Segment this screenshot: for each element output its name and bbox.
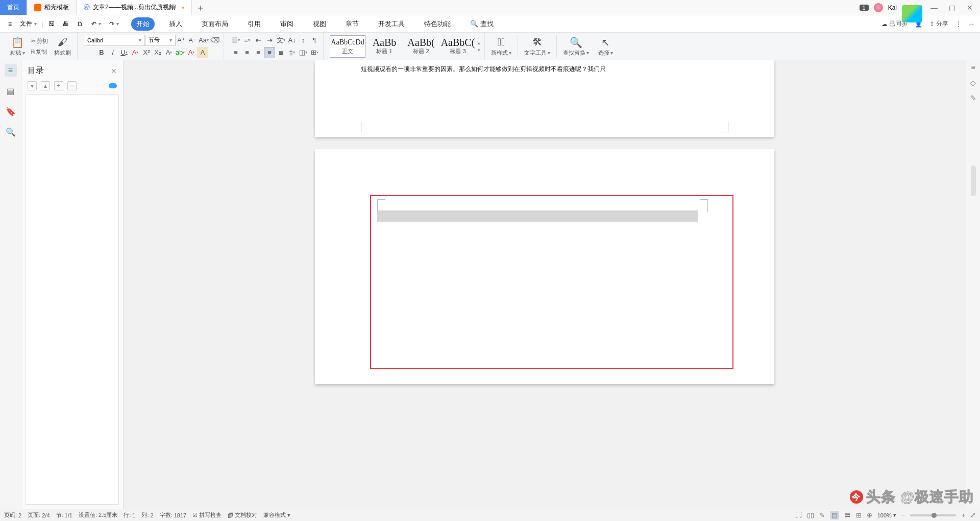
- close-panel-icon[interactable]: ✕: [111, 67, 117, 75]
- undo-icon[interactable]: ↶▾: [88, 19, 104, 29]
- style-heading3[interactable]: AaBbC(标题 3: [440, 35, 476, 58]
- redo-icon[interactable]: ↷▾: [106, 19, 122, 29]
- expand-icon[interactable]: ▾: [28, 81, 37, 90]
- styles-up-icon[interactable]: ▴: [478, 40, 480, 45]
- menutab-pagelayout[interactable]: 页面布局: [197, 17, 233, 31]
- menutab-find[interactable]: 🔍 查找: [465, 17, 499, 31]
- decrease-font-icon[interactable]: A⁻: [187, 35, 198, 46]
- document-area[interactable]: 短视频观看的一项非常重要的因素。那么如何才能够做到在剪辑视频时不着痕迹呢？我们只: [124, 60, 966, 509]
- font-size-select[interactable]: 五号▾: [145, 35, 176, 46]
- scrollbar-thumb[interactable]: [971, 165, 976, 196]
- align-right-button[interactable]: ≡: [253, 47, 264, 58]
- add-tab-button[interactable]: ＋: [192, 2, 209, 14]
- collapse-icon[interactable]: ▴: [41, 81, 50, 90]
- tab-templates-label: 稻壳模板: [44, 3, 69, 12]
- left-nav: ≡ ▤ 🔖 🔍: [0, 60, 21, 509]
- paste-button[interactable]: 📋粘贴▾: [7, 33, 28, 60]
- select-button[interactable]: ↖选择▾: [595, 33, 616, 60]
- avatar[interactable]: [874, 3, 883, 12]
- bullet-list-icon[interactable]: ☰▾: [230, 35, 241, 46]
- outline-nav-icon[interactable]: ≡: [5, 64, 17, 77]
- close-button[interactable]: ✕: [964, 4, 976, 12]
- subscript-button[interactable]: X₂: [152, 47, 163, 58]
- collapse-ribbon-icon[interactable]: ︿: [969, 19, 975, 28]
- tab-home[interactable]: 首页: [0, 0, 27, 15]
- menutab-references[interactable]: 引用: [242, 17, 266, 31]
- maximize-button[interactable]: ▢: [946, 4, 959, 12]
- more-icon[interactable]: ⋮: [955, 20, 962, 28]
- increase-indent-icon[interactable]: ⇥: [264, 35, 275, 46]
- page-1: 短视频观看的一项非常重要的因素。那么如何才能够做到在剪辑视频时不着痕迹呢？我们只: [315, 60, 774, 137]
- file-menu[interactable]: 文件▾: [17, 18, 40, 29]
- menu-icon[interactable]: ≡: [5, 19, 15, 29]
- text-effect-icon[interactable]: A▾: [163, 47, 175, 58]
- sort-icon[interactable]: A↓: [286, 35, 298, 46]
- font-shading-button[interactable]: A: [197, 47, 208, 58]
- show-marks-icon[interactable]: ¶: [309, 35, 320, 46]
- new-style-button[interactable]: Ａ̂新样式▾: [488, 33, 514, 60]
- align-left-button[interactable]: ≡: [230, 47, 241, 58]
- notification-badge[interactable]: 1: [860, 5, 869, 11]
- line-spacing-icon[interactable]: ↕: [298, 35, 309, 46]
- zoom-nav-icon[interactable]: 🔍: [5, 126, 17, 138]
- styles-down-icon[interactable]: ▾: [478, 48, 480, 53]
- align-justify-button[interactable]: ≡: [264, 47, 275, 58]
- menu-right: ☁ 已同步 👤 ⇪ 分享 ⋮ ︿: [881, 19, 975, 28]
- align-center-button[interactable]: ≡: [241, 47, 253, 58]
- text-tools-button[interactable]: 🛠文字工具▾: [521, 33, 553, 60]
- bookmark-nav-icon[interactable]: 🔖: [5, 105, 17, 117]
- strikethrough-button[interactable]: A▾: [130, 47, 141, 58]
- borders-icon[interactable]: ⊞▾: [309, 47, 320, 58]
- decrease-indent-icon[interactable]: ⇤: [253, 35, 264, 46]
- underline-button[interactable]: U▾: [118, 47, 130, 58]
- menutab-review[interactable]: 审阅: [275, 17, 299, 31]
- menutab-insert[interactable]: 插入: [164, 17, 187, 31]
- minimize-button[interactable]: —: [927, 4, 941, 12]
- shape-tool-icon[interactable]: ◇: [970, 79, 976, 87]
- menutab-start[interactable]: 开始: [131, 17, 155, 31]
- print-preview-icon[interactable]: 🗋: [74, 19, 86, 29]
- find-replace-button[interactable]: 🔍查找替换▾: [560, 33, 592, 60]
- ribbon-clipboard: 📋粘贴▾ ✂ 剪切 ⎘ 复制 🖌格式刷: [4, 33, 78, 60]
- selection-highlight: [377, 210, 698, 222]
- change-case-icon[interactable]: Aa▾: [198, 35, 209, 46]
- style-heading1[interactable]: AaBb标题 1: [366, 35, 402, 58]
- highlight-button[interactable]: ab▾: [175, 47, 186, 58]
- shading-icon[interactable]: ◫▾: [298, 47, 309, 58]
- save-icon[interactable]: 🖫: [45, 19, 58, 29]
- titlebar: 首页 稻壳模板 Ⓦ文章2——视频...剪出优质视频!• ＋ 1 Kai — ▢ …: [0, 0, 980, 15]
- cut-button[interactable]: ✂ 剪切: [29, 36, 50, 46]
- page-nav-icon[interactable]: ▤: [5, 85, 17, 97]
- menutab-view[interactable]: 视图: [308, 17, 331, 31]
- line-height-icon[interactable]: ‡▾: [286, 47, 298, 58]
- clear-format-icon[interactable]: ⌫: [209, 35, 220, 46]
- unsaved-indicator: •: [182, 4, 184, 12]
- share-button[interactable]: ⇪ 分享: [929, 19, 948, 28]
- pencil-icon[interactable]: ✎: [970, 94, 976, 102]
- style-normal[interactable]: AaBbCcDd正文: [330, 35, 365, 58]
- font-color-button[interactable]: A▾: [186, 47, 197, 58]
- format-painter-button[interactable]: 🖌格式刷: [51, 33, 74, 60]
- increase-font-icon[interactable]: A⁺: [176, 35, 187, 46]
- italic-button[interactable]: I: [107, 47, 118, 58]
- menutab-devtools[interactable]: 开发工具: [373, 17, 410, 31]
- copy-button[interactable]: ⎘ 复制: [29, 47, 50, 57]
- menutab-section[interactable]: 章节: [340, 17, 364, 31]
- remove-outline-icon[interactable]: −: [67, 81, 77, 90]
- gutter-menu-icon[interactable]: ≡: [971, 63, 975, 72]
- tab-document[interactable]: Ⓦ文章2——视频...剪出优质视频!•: [77, 0, 192, 15]
- number-list-icon[interactable]: ≡▾: [241, 35, 253, 46]
- toggle-icon[interactable]: [109, 83, 117, 88]
- font-name-select[interactable]: Calibri▾: [84, 35, 145, 46]
- style-heading2[interactable]: AaBb(标题 2: [403, 35, 439, 58]
- text-direction-icon[interactable]: 文▾: [275, 35, 286, 46]
- superscript-button[interactable]: X²: [141, 47, 152, 58]
- bold-button[interactable]: B: [96, 47, 107, 58]
- menutab-special[interactable]: 特色功能: [419, 17, 456, 31]
- outline-body[interactable]: [26, 94, 119, 505]
- print-icon[interactable]: 🖶: [60, 19, 72, 29]
- add-outline-icon[interactable]: +: [54, 81, 63, 90]
- titlebar-right: 1 Kai — ▢ ✕: [860, 0, 980, 16]
- distributed-align-button[interactable]: ≣: [275, 47, 286, 58]
- tab-templates[interactable]: 稻壳模板: [27, 0, 77, 15]
